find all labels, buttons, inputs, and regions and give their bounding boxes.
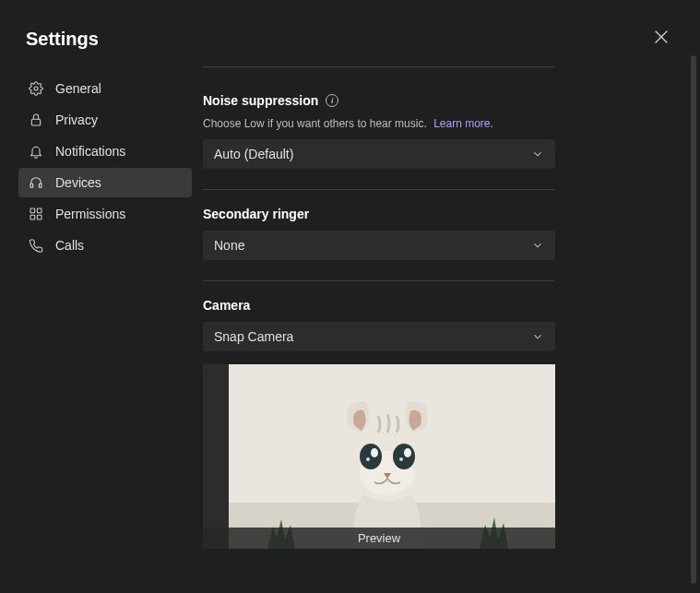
svg-point-17 [404, 448, 411, 457]
sidebar-item-label: Devices [55, 175, 101, 190]
svg-point-18 [366, 457, 370, 461]
sidebar-item-devices[interactable]: Devices [18, 168, 192, 197]
main-content: Noise suppression i Choose Low if you wa… [192, 66, 700, 593]
sidebar-item-label: Privacy [55, 113, 98, 127]
svg-rect-7 [37, 215, 42, 219]
sidebar-item-general[interactable]: General [18, 74, 192, 103]
divider [203, 189, 555, 190]
sidebar-item-label: Notifications [55, 144, 125, 159]
noise-suppression-dropdown[interactable]: Auto (Default) [203, 139, 555, 169]
sidebar-item-label: Permissions [55, 207, 125, 221]
sidebar: General Privacy Notifications Devices Pe [0, 66, 192, 593]
sidebar-item-notifications[interactable]: Notifications [18, 136, 192, 166]
dropdown-value: Snap Camera [214, 329, 293, 344]
dropdown-value: None [214, 238, 244, 253]
info-icon[interactable]: i [326, 94, 338, 107]
sidebar-item-permissions[interactable]: Permissions [18, 199, 192, 229]
divider [203, 66, 555, 67]
sidebar-item-label: General [55, 81, 101, 96]
svg-point-15 [393, 444, 415, 469]
secondary-ringer-dropdown[interactable]: None [203, 231, 555, 260]
svg-rect-6 [30, 215, 35, 219]
svg-rect-2 [30, 184, 33, 187]
lock-icon [28, 112, 44, 128]
gear-icon [28, 80, 44, 97]
preview-label: Preview [203, 528, 555, 549]
sidebar-item-label: Calls [55, 238, 84, 253]
camera-preview-image [203, 364, 555, 549]
camera-heading: Camera [203, 298, 555, 313]
heading-text: Camera [203, 298, 250, 313]
chevron-down-icon [531, 239, 544, 252]
noise-suppression-help: Choose Low if you want others to hear mu… [203, 117, 555, 130]
dropdown-value: Auto (Default) [214, 147, 293, 161]
svg-rect-3 [39, 184, 42, 187]
svg-rect-5 [37, 208, 42, 213]
chevron-down-icon [531, 330, 544, 343]
phone-icon [28, 237, 44, 254]
sidebar-item-privacy[interactable]: Privacy [18, 105, 192, 135]
chevron-down-icon [531, 148, 544, 160]
close-icon [655, 30, 668, 47]
page-title: Settings [26, 29, 99, 50]
camera-dropdown[interactable]: Snap Camera [203, 322, 555, 351]
secondary-ringer-heading: Secondary ringer [203, 207, 555, 221]
svg-rect-9 [203, 364, 229, 549]
svg-point-14 [360, 444, 382, 469]
scrollbar[interactable] [691, 55, 696, 584]
sidebar-item-calls[interactable]: Calls [18, 231, 192, 260]
noise-suppression-heading: Noise suppression i [203, 93, 555, 108]
app-icon [28, 206, 44, 222]
svg-point-19 [399, 457, 403, 461]
svg-rect-1 [31, 119, 40, 125]
svg-point-0 [34, 87, 38, 90]
learn-more-link[interactable]: Learn more. [433, 117, 493, 130]
headset-icon [28, 174, 44, 191]
heading-text: Secondary ringer [203, 207, 309, 221]
close-button[interactable] [648, 26, 674, 52]
svg-point-16 [371, 448, 378, 457]
heading-text: Noise suppression [203, 93, 318, 108]
bell-icon [28, 143, 44, 160]
divider [203, 280, 555, 281]
svg-rect-4 [30, 208, 35, 213]
help-text: Choose Low if you want others to hear mu… [203, 117, 427, 130]
camera-preview: Preview [203, 364, 555, 549]
